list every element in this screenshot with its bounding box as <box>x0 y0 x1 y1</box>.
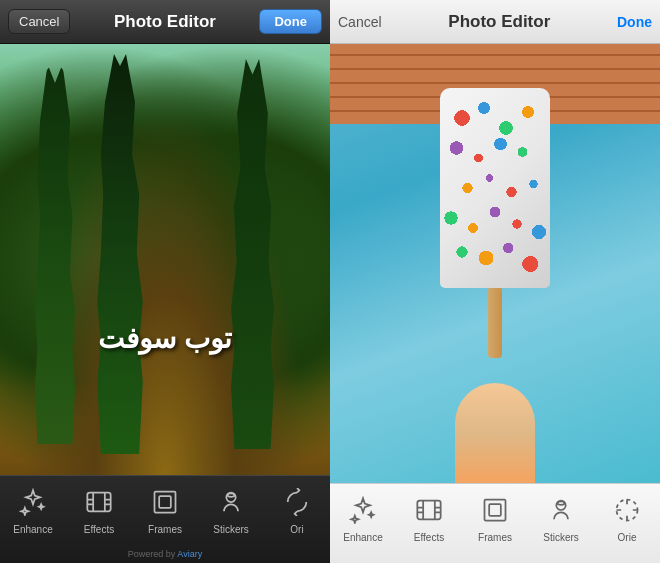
toolbar-item-stickers-left[interactable]: Stickers <box>198 484 264 535</box>
enhance-label-right: Enhance <box>343 532 382 543</box>
aviary-link[interactable]: Aviary <box>177 549 202 559</box>
frames-label-right: Frames <box>478 532 512 543</box>
icecream-main <box>440 88 550 288</box>
toolbar-item-effects-left[interactable]: Effects <box>66 484 132 535</box>
tree-center <box>90 54 150 454</box>
right-title: Photo Editor <box>448 12 550 32</box>
svg-rect-0 <box>87 493 110 512</box>
icecream-stick <box>488 288 502 358</box>
trees-photo <box>0 44 330 475</box>
frames-icon-left <box>147 484 183 520</box>
powered-by: Powered by Aviary <box>128 549 202 559</box>
toolbar-item-ori-left[interactable]: Ori <box>264 484 330 535</box>
enhance-label-left: Enhance <box>13 524 52 535</box>
right-photo-area <box>330 44 660 483</box>
icecream-body <box>440 88 550 338</box>
ori-label-right: Orie <box>618 532 637 543</box>
svg-point-9 <box>558 501 565 505</box>
left-cancel-button[interactable]: Cancel <box>8 9 70 34</box>
toolbar-item-stickers-right[interactable]: Stickers <box>528 492 594 543</box>
left-panel: Cancel Photo Editor Done توب سوفت Enhanc… <box>0 0 330 563</box>
hand-area <box>455 383 535 483</box>
effects-icon-right <box>411 492 447 528</box>
stickers-icon-left <box>213 484 249 520</box>
toolbar-item-effects-right[interactable]: Effects <box>396 492 462 543</box>
enhance-icon-left <box>15 484 51 520</box>
right-done-button[interactable]: Done <box>617 14 652 30</box>
effects-label-left: Effects <box>84 524 114 535</box>
left-toolbar: Enhance Effects Frames <box>0 475 330 563</box>
effects-icon-left <box>81 484 117 520</box>
svg-rect-6 <box>485 500 506 521</box>
effects-label-right: Effects <box>414 532 444 543</box>
ori-label-left: Ori <box>290 524 303 535</box>
ori-icon-left <box>279 484 315 520</box>
svg-rect-1 <box>155 492 176 513</box>
frames-label-left: Frames <box>148 524 182 535</box>
tree-right <box>225 59 280 449</box>
svg-point-4 <box>228 493 235 497</box>
toolbar-item-frames-left[interactable]: Frames <box>132 484 198 535</box>
right-toolbar: Enhance Effects Frames <box>330 483 660 563</box>
photo-watermark: توب سوفت <box>98 322 232 355</box>
svg-rect-7 <box>489 504 501 516</box>
right-panel: Cancel Photo Editor Done Enhance <box>330 0 660 563</box>
left-title: Photo Editor <box>114 12 216 32</box>
stickers-label-left: Stickers <box>213 524 249 535</box>
left-header: Cancel Photo Editor Done <box>0 0 330 44</box>
tree-left <box>30 64 80 444</box>
toolbar-item-ori-right[interactable]: Orie <box>594 492 660 543</box>
toolbar-item-enhance-right[interactable]: Enhance <box>330 492 396 543</box>
ori-icon-right <box>609 492 645 528</box>
left-photo-area: توب سوفت <box>0 44 330 475</box>
right-cancel-button[interactable]: Cancel <box>338 14 382 30</box>
svg-rect-5 <box>417 501 440 520</box>
svg-rect-2 <box>159 496 171 508</box>
frames-icon-right <box>477 492 513 528</box>
stickers-icon-right <box>543 492 579 528</box>
stickers-label-right: Stickers <box>543 532 579 543</box>
left-done-button[interactable]: Done <box>259 9 322 34</box>
toolbar-item-frames-right[interactable]: Frames <box>462 492 528 543</box>
right-header: Cancel Photo Editor Done <box>330 0 660 44</box>
toolbar-item-enhance-left[interactable]: Enhance <box>0 484 66 535</box>
enhance-icon-right <box>345 492 381 528</box>
